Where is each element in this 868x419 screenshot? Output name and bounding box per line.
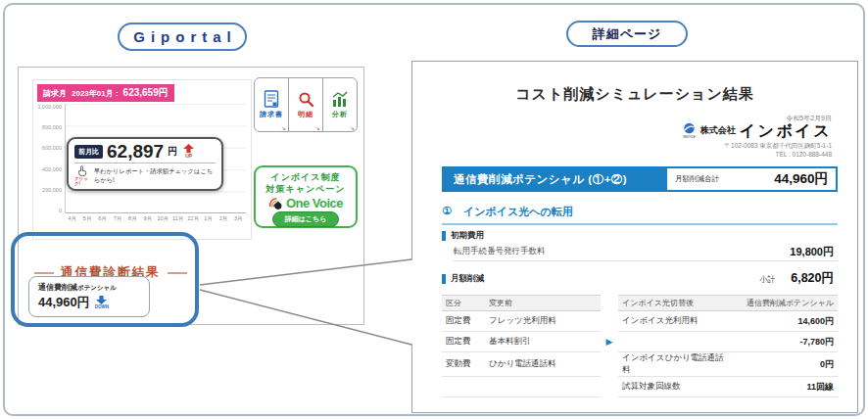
company-prefix: 株式会社: [700, 124, 736, 137]
menu-item-analysis[interactable]: 分析 ↘: [322, 78, 357, 131]
diagonal-arrow-icon: ↘: [315, 124, 320, 131]
billing-month-badge: 請求月 2023年01月 : 623,659円: [37, 84, 174, 102]
campaign-line1: インボイス制度: [270, 172, 340, 184]
y-tick-label: 0: [59, 208, 62, 213]
up-indicator: UP: [183, 144, 194, 159]
section1-heading: ① インボイス光への転用: [442, 205, 838, 225]
portal-menu: 請求書 ↘ 明細 ↘ 分析 ↘: [254, 77, 358, 132]
initial-cost-row: 転用手続番号発行手数料 19,800円: [454, 243, 838, 261]
svg-text:INVOICE: INVOICE: [683, 135, 695, 139]
y-tick-label: 800,000: [42, 124, 62, 130]
detail-page-label: 詳細ページ: [593, 25, 662, 43]
one-voice-brand: One Voice: [268, 196, 343, 210]
saving-potential-card[interactable]: 通信費削減ポテンシャル 44,960円 DOWN: [28, 276, 150, 317]
summary-total-box: 月額削減合計 44,960円: [667, 168, 836, 190]
saving-amount: 44,960円: [38, 294, 90, 311]
one-voice-mascot-icon: [268, 196, 283, 210]
table-header-row: 区分 変更前 インボイス光切替後 通信費削減ポテンシャル: [442, 295, 838, 311]
x-tick-label: 3月: [231, 215, 246, 222]
x-tick-label: 11月: [170, 215, 185, 222]
month-comparison-amount: 62,897: [107, 142, 164, 161]
up-label: UP: [185, 153, 192, 159]
click-label: クリック!: [74, 176, 90, 186]
x-tick-label: 2月: [216, 215, 230, 222]
header-before: 変更前: [485, 295, 601, 311]
initial-cost-row-amount: 19,800円: [790, 245, 838, 259]
diagonal-arrow-icon: ↘: [350, 124, 355, 131]
detail-title: コスト削減シミュレーション結果: [412, 85, 857, 104]
down-label: DOWN: [95, 304, 109, 309]
saving-label-main: 通信費削減: [38, 283, 77, 292]
cell-kubun: [442, 377, 485, 397]
company-name: インボイス: [740, 123, 832, 139]
x-tick-label: 4月: [65, 215, 79, 222]
billing-month-label: 請求月: [43, 88, 67, 99]
menu-item-detail[interactable]: 明細 ↘: [288, 78, 322, 131]
summary-total-amount: 44,960円: [774, 170, 828, 188]
summary-bar-title: 通信費削減ポテンシャル (①+②): [454, 166, 627, 192]
initial-cost-row-label: 転用手続番号発行手数料: [454, 246, 546, 257]
company-tel: TEL : 0120-888-448: [775, 151, 832, 158]
x-tick-label: 9月: [140, 215, 155, 222]
blue-square-bullet: [442, 231, 446, 241]
cell-potential: 0円: [736, 352, 838, 377]
y-tick-label: 400,000: [42, 166, 62, 172]
diagonal-arrow-icon: ↘: [281, 124, 286, 131]
billing-month-period: 2023年01月 :: [72, 88, 119, 99]
magnifier-icon: [298, 91, 314, 108]
section1-number: ①: [442, 205, 452, 219]
cell-gap: [601, 311, 618, 332]
invoice-document-icon: [264, 90, 279, 108]
month-comparison-tooltip[interactable]: 前月比 62,897 円 UP クリック!: [67, 137, 223, 191]
company-address: 〒102-0083 東京都千代田区麹町5-1-1: [725, 142, 832, 151]
cell-after: [618, 332, 736, 352]
header-gap: [601, 295, 618, 311]
cell-before: [485, 377, 601, 397]
x-tick-label: 8月: [125, 215, 140, 222]
campaign-banner[interactable]: インボイス制度 対策キャンペーン One Voice 詳細はこちら: [254, 165, 358, 228]
month-comparison-badge: 前月比: [74, 145, 103, 159]
chart-y-axis: 1,000,000800,000600,000400,000200,0000: [37, 104, 65, 213]
invoice-globe-logo: INVOICE: [682, 122, 697, 139]
monthly-subtotal: 小計 6,820円: [759, 270, 834, 287]
table-row: 変動費 ひかり電話通話料 インボイスひかり電話通話料 0円: [442, 352, 838, 377]
cell-kubun: 変動費: [442, 352, 485, 377]
saving-potential-label: 通信費削減ポテンシャル: [38, 282, 140, 293]
saving-amount-row: 44,960円 DOWN: [38, 294, 140, 311]
saving-label-sub: ポテンシャル: [77, 284, 117, 291]
cell-before: フレッツ光利用料: [485, 311, 601, 332]
billing-chart-card: 請求月 2023年01月 : 623,659円 1,000,000800,000…: [32, 79, 252, 240]
chart-x-labels: 4月5月6月7月8月9月10月11月12月1月2月3月: [65, 215, 246, 222]
header-kubun: 区分: [442, 295, 485, 311]
down-arrow-icon: [96, 296, 107, 304]
simulation-table: 区分 変更前 インボイス光切替後 通信費削減ポテンシャル 固定費 フレッツ光利用…: [442, 295, 838, 397]
campaign-detail-button[interactable]: 詳細はこちら: [272, 211, 340, 227]
cell-kubun: 固定費: [442, 332, 485, 352]
table-row: 試算対象回線数 11回線: [442, 377, 838, 397]
tooltip-link-row: クリック! 早わかりレポート・請求額チェックはこちらから!: [74, 163, 216, 186]
menu-item-invoice[interactable]: 請求書 ↘: [255, 78, 288, 131]
cell-potential: -7,780円: [736, 332, 838, 352]
x-tick-label: 6月: [95, 215, 110, 222]
cell-gap: [601, 352, 618, 377]
table-row: 固定費 フレッツ光利用料 インボイス光利用料 14,600円: [442, 311, 838, 332]
monthly-saving-text: 月額削減: [451, 273, 484, 285]
header-potential: 通信費削減ポテンシャル: [736, 295, 838, 311]
hand-pointer-icon: [76, 165, 87, 176]
cell-before: 基本料割引: [485, 332, 601, 352]
cell-gap: [601, 377, 618, 397]
heading-rule-left: [34, 272, 54, 274]
screenshot-frame: Giportal 詳細ページ 請求月 2023年01月 : 623,659円 1…: [0, 0, 868, 419]
menu-label-invoice: 請求書: [260, 110, 283, 119]
one-voice-label: One Voice: [286, 196, 343, 210]
y-tick-label: 200,000: [42, 187, 62, 193]
portal-panel: 請求月 2023年01月 : 623,659円 1,000,000800,000…: [18, 67, 364, 325]
summary-bar: 通信費削減ポテンシャル (①+②) 月額削減合計 44,960円: [442, 166, 838, 192]
click-hand-indicator: クリック!: [74, 165, 90, 186]
cell-kubun: 固定費: [442, 311, 485, 332]
cell-gap: ▶: [601, 332, 618, 352]
x-tick-label: 7月: [110, 215, 124, 222]
initial-cost-label: 初期費用: [442, 230, 484, 242]
detail-panel: コスト削減シミュレーション結果 令和5年2月9日 INVOICE 株式会社 イン…: [411, 61, 858, 413]
cell-after: 試算対象回線数: [618, 377, 736, 397]
